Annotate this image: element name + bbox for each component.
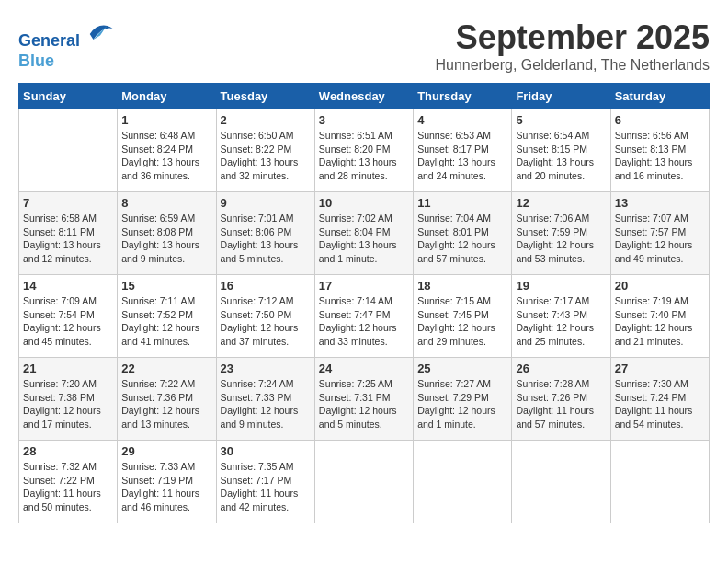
day-info: Sunrise: 7:06 AM Sunset: 7:59 PM Dayligh… — [516, 212, 606, 266]
day-number: 15 — [121, 279, 211, 293]
day-number: 7 — [23, 196, 113, 210]
day-number: 30 — [221, 444, 311, 458]
weekday-header-wednesday: Wednesday — [314, 84, 413, 109]
day-number: 16 — [221, 279, 311, 293]
calendar-week-row: 28Sunrise: 7:32 AM Sunset: 7:22 PM Dayli… — [19, 441, 710, 523]
calendar-cell: 17Sunrise: 7:14 AM Sunset: 7:47 PM Dayli… — [314, 275, 413, 358]
day-info: Sunrise: 7:12 AM Sunset: 7:50 PM Dayligh… — [221, 294, 311, 349]
day-number: 4 — [417, 113, 507, 127]
calendar-cell: 23Sunrise: 7:24 AM Sunset: 7:33 PM Dayli… — [216, 358, 314, 441]
title-block: September 2025 Hunnerberg, Gelderland, T… — [435, 18, 710, 74]
calendar-week-row: 21Sunrise: 7:20 AM Sunset: 7:38 PM Dayli… — [19, 358, 710, 441]
month-title: September 2025 — [435, 18, 710, 57]
day-number: 20 — [615, 279, 705, 293]
weekday-header-sunday: Sunday — [19, 84, 118, 109]
day-info: Sunrise: 6:48 AM Sunset: 8:24 PM Dayligh… — [121, 129, 211, 183]
day-number: 26 — [516, 362, 606, 375]
logo: General Blue — [18, 18, 114, 71]
calendar-cell: 28Sunrise: 7:32 AM Sunset: 7:22 PM Dayli… — [19, 441, 118, 523]
calendar-cell: 9Sunrise: 7:01 AM Sunset: 8:06 PM Daylig… — [216, 192, 314, 275]
calendar-cell: 18Sunrise: 7:15 AM Sunset: 7:45 PM Dayli… — [414, 275, 512, 358]
location: Hunnerberg, Gelderland, The Netherlands — [435, 57, 710, 74]
day-info: Sunrise: 7:04 AM Sunset: 8:01 PM Dayligh… — [417, 212, 507, 266]
day-info: Sunrise: 6:51 AM Sunset: 8:20 PM Dayligh… — [319, 129, 409, 183]
calendar-cell — [19, 109, 118, 192]
day-number: 23 — [221, 362, 311, 375]
day-number: 28 — [23, 444, 113, 458]
day-number: 25 — [417, 362, 507, 375]
day-info: Sunrise: 7:17 AM Sunset: 7:43 PM Dayligh… — [516, 294, 606, 349]
day-number: 1 — [121, 113, 211, 127]
calendar-cell: 1Sunrise: 6:48 AM Sunset: 8:24 PM Daylig… — [118, 109, 216, 192]
day-info: Sunrise: 6:58 AM Sunset: 8:11 PM Dayligh… — [23, 212, 113, 266]
day-info: Sunrise: 7:15 AM Sunset: 7:45 PM Dayligh… — [417, 294, 507, 349]
weekday-header-tuesday: Tuesday — [216, 84, 314, 109]
logo-blue: Blue — [18, 52, 54, 70]
day-info: Sunrise: 7:35 AM Sunset: 7:17 PM Dayligh… — [221, 460, 311, 514]
day-info: Sunrise: 7:09 AM Sunset: 7:54 PM Dayligh… — [23, 294, 113, 349]
day-number: 12 — [516, 196, 606, 210]
calendar-cell: 24Sunrise: 7:25 AM Sunset: 7:31 PM Dayli… — [314, 358, 413, 441]
calendar-cell: 16Sunrise: 7:12 AM Sunset: 7:50 PM Dayli… — [216, 275, 314, 358]
day-number: 2 — [221, 113, 311, 127]
calendar-cell: 15Sunrise: 7:11 AM Sunset: 7:52 PM Dayli… — [118, 275, 216, 358]
calendar-table: SundayMondayTuesdayWednesdayThursdayFrid… — [18, 83, 710, 523]
calendar-cell: 4Sunrise: 6:53 AM Sunset: 8:17 PM Daylig… — [414, 109, 512, 192]
calendar-week-row: 7Sunrise: 6:58 AM Sunset: 8:11 PM Daylig… — [19, 192, 710, 275]
calendar-cell: 22Sunrise: 7:22 AM Sunset: 7:36 PM Dayli… — [118, 358, 216, 441]
calendar-cell: 7Sunrise: 6:58 AM Sunset: 8:11 PM Daylig… — [19, 192, 118, 275]
day-info: Sunrise: 6:54 AM Sunset: 8:15 PM Dayligh… — [516, 129, 606, 183]
day-info: Sunrise: 7:11 AM Sunset: 7:52 PM Dayligh… — [121, 294, 211, 349]
day-info: Sunrise: 7:19 AM Sunset: 7:40 PM Dayligh… — [615, 294, 705, 349]
day-number: 29 — [121, 444, 211, 458]
calendar-week-row: 1Sunrise: 6:48 AM Sunset: 8:24 PM Daylig… — [19, 109, 710, 192]
calendar-cell: 10Sunrise: 7:02 AM Sunset: 8:04 PM Dayli… — [314, 192, 413, 275]
day-number: 6 — [615, 113, 705, 127]
weekday-header-friday: Friday — [512, 84, 610, 109]
calendar-cell: 3Sunrise: 6:51 AM Sunset: 8:20 PM Daylig… — [314, 109, 413, 192]
weekday-header-thursday: Thursday — [414, 84, 512, 109]
day-number: 13 — [615, 196, 705, 210]
calendar-cell: 11Sunrise: 7:04 AM Sunset: 8:01 PM Dayli… — [414, 192, 512, 275]
weekday-header-saturday: Saturday — [610, 84, 709, 109]
calendar-cell — [414, 441, 512, 523]
day-number: 8 — [121, 196, 211, 210]
day-info: Sunrise: 7:33 AM Sunset: 7:19 PM Dayligh… — [121, 460, 211, 514]
page-header: General Blue September 2025 Hunnerberg, … — [18, 18, 710, 74]
calendar-cell: 26Sunrise: 7:28 AM Sunset: 7:26 PM Dayli… — [512, 358, 610, 441]
logo-bird-icon — [86, 18, 114, 46]
day-info: Sunrise: 7:30 AM Sunset: 7:24 PM Dayligh… — [615, 377, 705, 431]
day-info: Sunrise: 6:56 AM Sunset: 8:13 PM Dayligh… — [615, 129, 705, 183]
day-info: Sunrise: 6:53 AM Sunset: 8:17 PM Dayligh… — [417, 129, 507, 183]
calendar-cell: 20Sunrise: 7:19 AM Sunset: 7:40 PM Dayli… — [610, 275, 709, 358]
day-info: Sunrise: 6:50 AM Sunset: 8:22 PM Dayligh… — [221, 129, 311, 183]
day-number: 27 — [615, 362, 705, 375]
calendar-cell — [610, 441, 709, 523]
day-number: 10 — [319, 196, 409, 210]
calendar-cell: 5Sunrise: 6:54 AM Sunset: 8:15 PM Daylig… — [512, 109, 610, 192]
calendar-cell: 6Sunrise: 6:56 AM Sunset: 8:13 PM Daylig… — [610, 109, 709, 192]
calendar-week-row: 14Sunrise: 7:09 AM Sunset: 7:54 PM Dayli… — [19, 275, 710, 358]
day-info: Sunrise: 7:01 AM Sunset: 8:06 PM Dayligh… — [221, 212, 311, 266]
day-info: Sunrise: 7:20 AM Sunset: 7:38 PM Dayligh… — [23, 377, 113, 431]
day-number: 5 — [516, 113, 606, 127]
day-info: Sunrise: 6:59 AM Sunset: 8:08 PM Dayligh… — [121, 212, 211, 266]
day-number: 3 — [319, 113, 409, 127]
day-info: Sunrise: 7:02 AM Sunset: 8:04 PM Dayligh… — [319, 212, 409, 266]
day-number: 9 — [221, 196, 311, 210]
calendar-cell: 14Sunrise: 7:09 AM Sunset: 7:54 PM Dayli… — [19, 275, 118, 358]
day-info: Sunrise: 7:14 AM Sunset: 7:47 PM Dayligh… — [319, 294, 409, 349]
day-number: 18 — [417, 279, 507, 293]
calendar-cell: 29Sunrise: 7:33 AM Sunset: 7:19 PM Dayli… — [118, 441, 216, 523]
calendar-cell: 13Sunrise: 7:07 AM Sunset: 7:57 PM Dayli… — [610, 192, 709, 275]
day-number: 17 — [319, 279, 409, 293]
calendar-cell: 12Sunrise: 7:06 AM Sunset: 7:59 PM Dayli… — [512, 192, 610, 275]
day-info: Sunrise: 7:25 AM Sunset: 7:31 PM Dayligh… — [319, 377, 409, 431]
day-number: 19 — [516, 279, 606, 293]
calendar-cell — [512, 441, 610, 523]
day-number: 21 — [23, 362, 113, 375]
calendar-cell: 8Sunrise: 6:59 AM Sunset: 8:08 PM Daylig… — [118, 192, 216, 275]
day-number: 24 — [319, 362, 409, 375]
day-info: Sunrise: 7:22 AM Sunset: 7:36 PM Dayligh… — [121, 377, 211, 431]
day-info: Sunrise: 7:32 AM Sunset: 7:22 PM Dayligh… — [23, 460, 113, 514]
